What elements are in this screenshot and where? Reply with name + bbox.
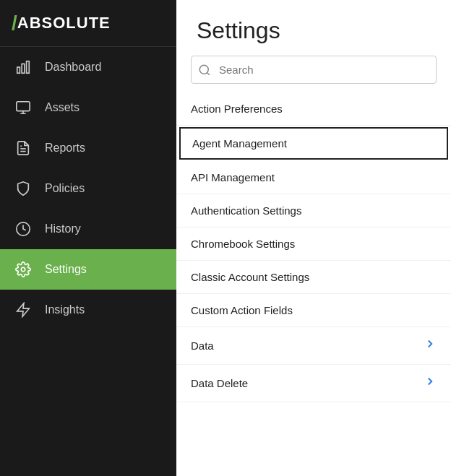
sidebar-item-insights[interactable]: Insights xyxy=(0,290,176,330)
sidebar-item-dashboard[interactable]: Dashboard xyxy=(0,47,176,87)
logo-text: ABSOLUTE xyxy=(17,15,111,31)
menu-item-agent-management[interactable]: Agent Management xyxy=(179,127,448,160)
svg-marker-8 xyxy=(17,303,30,316)
menu-item-data[interactable]: Data xyxy=(176,327,451,365)
menu-item-label: API Management xyxy=(191,171,275,183)
menu-item-label: Data Delete xyxy=(191,377,248,389)
page-title: Settings xyxy=(176,0,451,56)
menu-item-label: Custom Action Fields xyxy=(191,304,293,316)
svg-point-9 xyxy=(199,65,208,74)
menu-item-label: Agent Management xyxy=(192,137,287,150)
sidebar-item-assets[interactable]: Assets xyxy=(0,87,176,128)
logo-slash: / xyxy=(12,13,17,33)
nav-items: Dashboard Assets Reports Policies xyxy=(0,47,176,476)
sidebar-item-label: Reports xyxy=(45,142,85,155)
logo: / ABSOLUTE xyxy=(12,13,165,33)
menu-item-label: Chromebook Settings xyxy=(191,238,295,250)
svg-point-7 xyxy=(21,267,25,272)
settings-icon xyxy=(14,261,32,278)
bar-chart-icon xyxy=(14,59,32,76)
svg-rect-0 xyxy=(17,67,20,73)
sidebar-item-label: Settings xyxy=(45,263,87,276)
settings-menu-list: Action Preferences Agent Management API … xyxy=(176,90,451,476)
logo-area: / ABSOLUTE xyxy=(0,0,176,47)
file-text-icon xyxy=(14,139,32,157)
insights-icon xyxy=(14,301,32,319)
menu-item-data-delete[interactable]: Data Delete xyxy=(176,365,451,402)
main-content: Settings Action Preferences Agent Manage… xyxy=(176,0,451,476)
menu-item-custom-action-fields[interactable]: Custom Action Fields xyxy=(176,294,451,327)
menu-item-chromebook-settings[interactable]: Chromebook Settings xyxy=(176,228,451,261)
monitor-icon xyxy=(14,99,32,116)
menu-item-label: Data xyxy=(191,339,214,352)
search-icon xyxy=(198,64,211,77)
svg-rect-3 xyxy=(17,102,30,111)
menu-item-classic-account-settings[interactable]: Classic Account Settings xyxy=(176,261,451,294)
search-container xyxy=(191,56,437,84)
menu-item-label: Action Preferences xyxy=(191,103,283,115)
svg-line-10 xyxy=(207,72,209,74)
svg-rect-1 xyxy=(22,64,25,73)
sidebar-item-reports[interactable]: Reports xyxy=(0,128,176,168)
menu-item-label: Classic Account Settings xyxy=(191,271,309,283)
sidebar-item-label: Dashboard xyxy=(45,61,101,74)
chevron-right-icon xyxy=(424,375,437,391)
sidebar-item-label: Policies xyxy=(45,182,85,195)
sidebar-item-label: History xyxy=(45,222,81,235)
chevron-right-icon xyxy=(424,337,437,354)
shield-icon xyxy=(14,180,32,197)
clock-icon xyxy=(14,220,32,238)
sidebar-item-label: Assets xyxy=(45,101,80,114)
sidebar-item-settings[interactable]: Settings xyxy=(0,249,176,290)
search-input[interactable] xyxy=(191,56,437,84)
sidebar: / ABSOLUTE Dashboard Assets Reports xyxy=(0,0,176,476)
menu-item-label: Authentication Settings xyxy=(191,204,301,217)
sidebar-item-history[interactable]: History xyxy=(0,209,176,249)
menu-item-api-management[interactable]: API Management xyxy=(176,161,451,194)
menu-item-authentication-settings[interactable]: Authentication Settings xyxy=(176,194,451,228)
menu-item-action-preferences[interactable]: Action Preferences xyxy=(176,92,451,126)
svg-rect-2 xyxy=(27,61,30,74)
sidebar-item-label: Insights xyxy=(45,303,85,316)
sidebar-item-policies[interactable]: Policies xyxy=(0,168,176,209)
